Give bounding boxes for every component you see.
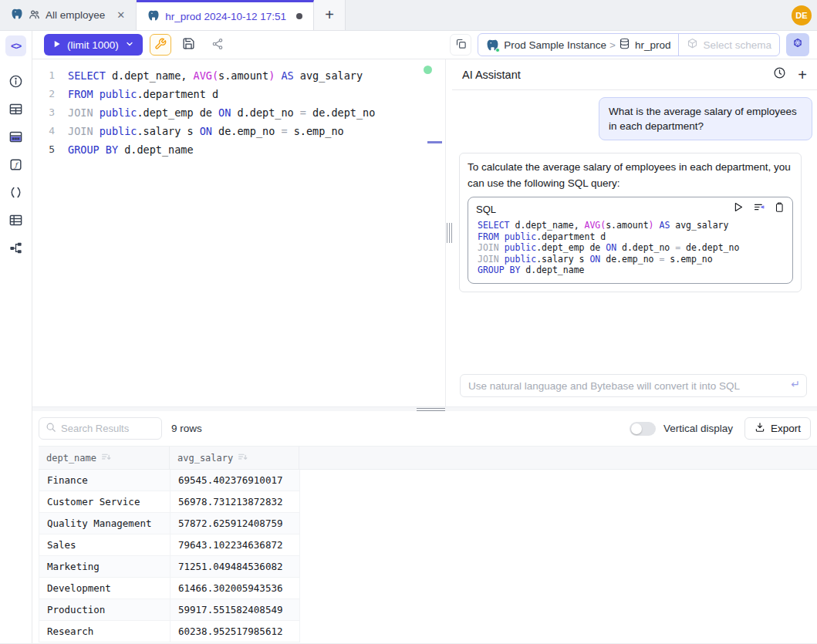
export-button[interactable]: Export xyxy=(744,417,811,440)
avg-salary-cell[interactable]: 71251.049484536082 xyxy=(170,556,300,577)
connection-status-dot xyxy=(424,66,432,74)
sample-data-icon[interactable] xyxy=(6,126,26,147)
sort-icon[interactable] xyxy=(238,452,248,464)
database-name: hr_prod xyxy=(635,39,671,51)
ai-prompt-input[interactable] xyxy=(460,374,807,397)
schema-diagram-icon[interactable] xyxy=(6,238,26,258)
info-icon[interactable] xyxy=(6,71,26,91)
format-sql-button[interactable] xyxy=(150,34,171,56)
sql-editor[interactable]: 1SELECT d.dept_name, AVG(s.amount) AS av… xyxy=(32,59,445,406)
avg-salary-cell[interactable]: 59917.551582408549 xyxy=(170,599,300,620)
svg-text:ƒ: ƒ xyxy=(13,160,19,168)
share-button[interactable] xyxy=(207,34,228,56)
dept-name-cell[interactable]: Sales xyxy=(39,534,170,555)
wrench-icon xyxy=(154,38,167,52)
line-number: 3 xyxy=(32,103,68,122)
run-query-button[interactable]: (limit 1000) xyxy=(44,34,143,56)
left-sidebar: <> ƒ xyxy=(0,31,32,643)
views-icon[interactable] xyxy=(6,210,26,230)
results-panel: 9 rows Vertical display Export dept_name… xyxy=(32,411,817,643)
column-header[interactable]: dept_name xyxy=(39,447,170,469)
avg-salary-cell[interactable]: 61466.302005943536 xyxy=(170,578,300,598)
dept-name-cell[interactable]: Development xyxy=(39,578,170,598)
close-icon[interactable]: ✕ xyxy=(116,9,125,21)
table-row[interactable]: Quality Management57872.625912408759 xyxy=(39,513,300,534)
batch-query-button[interactable] xyxy=(450,34,471,56)
dept-name-cell[interactable]: Research xyxy=(39,621,170,642)
assistant-text: To calculate the average salary of emplo… xyxy=(468,160,793,191)
schema-selector[interactable]: Select schema xyxy=(679,34,779,56)
sql-editor-window: All employee ✕ hr_prod 2024-10-12 17:51 … xyxy=(0,0,817,644)
postgres-icon xyxy=(147,9,160,24)
search-input[interactable] xyxy=(61,423,146,434)
splitter-handle-icon xyxy=(417,408,445,411)
table-row[interactable]: Finance69545.402376910017 xyxy=(39,470,300,491)
avg-salary-cell[interactable]: 57872.625912408759 xyxy=(170,513,300,534)
table-row[interactable]: Development61466.302005943536 xyxy=(39,578,300,599)
sql-code-block: SQL SELECT d.dept_name, AVG(s.amount) AS… xyxy=(468,197,793,284)
tab-label: All employee xyxy=(46,9,105,21)
save-button[interactable] xyxy=(178,34,200,56)
download-icon xyxy=(755,422,765,435)
ai-panel-title: AI Assistant xyxy=(462,69,521,81)
enter-key-icon[interactable]: ↵ xyxy=(791,378,800,390)
sql-editor-nav-button[interactable]: <> xyxy=(5,35,26,56)
table-row[interactable]: Marketing71251.049484536082 xyxy=(39,556,300,578)
search-icon xyxy=(46,422,56,436)
ai-assistant-button[interactable] xyxy=(786,33,809,56)
dept-name-cell[interactable]: Quality Management xyxy=(39,513,170,534)
dept-name-cell[interactable]: Customer Service xyxy=(39,491,170,512)
openai-icon xyxy=(791,37,805,53)
table-row[interactable]: Research60238.952517985612 xyxy=(39,621,300,642)
vertical-splitter[interactable] xyxy=(445,59,452,406)
new-tab-button[interactable]: + xyxy=(314,0,346,30)
tab-all-employee[interactable]: All employee ✕ xyxy=(0,0,137,30)
play-icon xyxy=(52,39,61,51)
avg-salary-cell[interactable]: 79643.102234636872 xyxy=(170,534,300,555)
batch-query-icon xyxy=(455,38,467,52)
vertical-display-label: Vertical display xyxy=(663,423,733,434)
user-message: What is the average salary of employees … xyxy=(599,97,812,140)
export-label: Export xyxy=(771,423,801,434)
history-clock-icon[interactable] xyxy=(773,66,786,83)
postgres-icon xyxy=(486,39,499,52)
tables-icon[interactable] xyxy=(6,99,26,119)
database-icon xyxy=(619,38,630,52)
copy-icon[interactable] xyxy=(774,201,785,217)
table-row[interactable]: Customer Service56978.731213872832 xyxy=(39,491,300,513)
ai-assistant-header: AI Assistant + xyxy=(452,59,817,90)
chevron-down-icon xyxy=(125,39,134,51)
connection-context: Prod Sample Instance > hr_prod Select sc… xyxy=(478,33,780,56)
vertical-display-toggle[interactable] xyxy=(630,422,656,436)
breadcrumb-separator: > xyxy=(609,39,616,51)
floppy-icon xyxy=(182,37,195,52)
dept-name-cell[interactable]: Finance xyxy=(39,470,170,491)
code-line: SELECT d.dept_name, AVG(s.amount) AS avg… xyxy=(478,220,785,231)
new-chat-icon[interactable]: + xyxy=(798,67,807,83)
dept-name-cell[interactable]: Production xyxy=(39,599,170,620)
results-controls: 9 rows Vertical display Export xyxy=(32,411,817,446)
tab-hr-prod[interactable]: hr_prod 2024-10-12 17:51 xyxy=(137,0,314,30)
instance-selector[interactable]: Prod Sample Instance > hr_prod xyxy=(478,34,678,56)
avg-salary-cell[interactable]: 56978.731213872832 xyxy=(170,491,300,512)
results-table: dept_nameavg_salary Finance69545.4023769… xyxy=(32,446,817,643)
tab-bar: All employee ✕ hr_prod 2024-10-12 17:51 … xyxy=(0,0,817,31)
table-row[interactable]: Sales79643.102234636872 xyxy=(39,534,300,556)
horizontal-splitter[interactable] xyxy=(32,406,817,411)
tab-label: hr_prod 2024-10-12 17:51 xyxy=(165,11,286,22)
table-row[interactable]: Production59917.551582408549 xyxy=(39,599,300,621)
functions-icon[interactable]: ƒ xyxy=(6,154,26,174)
avg-salary-cell[interactable]: 69545.402376910017 xyxy=(170,470,300,491)
dept-name-cell[interactable]: Marketing xyxy=(39,556,170,577)
column-header[interactable]: avg_salary xyxy=(170,447,299,469)
run-label: (limit 1000) xyxy=(67,39,119,51)
results-search-box[interactable] xyxy=(39,417,162,440)
avatar[interactable]: DE xyxy=(792,5,812,25)
procedures-icon[interactable] xyxy=(6,182,26,202)
instance-status-dot xyxy=(495,48,500,52)
table-body: Finance69545.402376910017Customer Servic… xyxy=(39,470,300,642)
avg-salary-cell[interactable]: 60238.952517985612 xyxy=(170,621,300,642)
insert-into-editor-icon[interactable] xyxy=(752,201,765,217)
sort-icon[interactable] xyxy=(101,452,111,464)
run-sql-icon[interactable] xyxy=(732,201,744,217)
